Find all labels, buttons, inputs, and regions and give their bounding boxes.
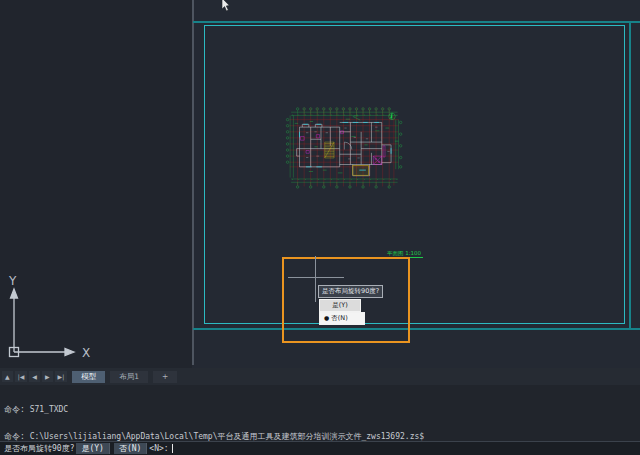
paper-right-edge-line: [629, 21, 631, 330]
tab-first-icon[interactable]: |◀: [15, 371, 28, 382]
tab-layout1[interactable]: 布局1: [110, 371, 148, 383]
tab-next-icon[interactable]: ▶: [42, 371, 53, 382]
menu-item-yes[interactable]: 是(Y): [319, 299, 361, 312]
command-prompt-line[interactable]: 是否布局旋转90度? 是(Y) 否(N) <N>:: [0, 441, 640, 455]
stair-hatch: [325, 142, 334, 158]
dynamic-option-menu: 是(Y) ●否(N): [319, 299, 365, 325]
cad-application-window: 平面图 1:100 是否布局旋转90度? 是(Y) ●否(N) Y X: [0, 0, 640, 455]
paper-left-edge-line: [192, 0, 194, 365]
ucs-y-label: Y: [8, 274, 17, 288]
prompt-no-button[interactable]: 否(N): [114, 443, 147, 454]
tab-model[interactable]: 模型: [72, 371, 105, 383]
crosshair-cursor: [315, 256, 316, 302]
tab-add-button[interactable]: +: [153, 371, 177, 383]
prompt-yes-button[interactable]: 是(Y): [76, 443, 109, 454]
ucs-x-label: X: [82, 346, 90, 360]
selected-bullet-icon: ●: [324, 314, 329, 321]
tab-prev-icon[interactable]: ◀: [29, 371, 40, 382]
tab-last-icon[interactable]: ▶|: [55, 371, 68, 382]
crosshair-cursor: [288, 277, 344, 278]
command-history-line: 命令: S71_TXDC: [4, 405, 640, 414]
command-history[interactable]: 命令: S71_TXDC 命令: C:\Users\lijialiang\App…: [0, 385, 640, 441]
mouse-cursor-icon: [218, 0, 234, 14]
floor-plan-drawing: [285, 55, 535, 260]
layout-tab-bar: ▲ |◀ ◀ ▶ ▶| 模型 布局1 +: [0, 368, 640, 385]
drawing-canvas[interactable]: 平面图 1:100 是否布局旋转90度? 是(Y) ●否(N) Y X: [0, 0, 640, 368]
dynamic-prompt-tooltip: 是否布局旋转90度?: [318, 285, 383, 298]
paper-top-edge-line: [193, 21, 640, 23]
ucs-icon: Y X: [2, 270, 107, 365]
prompt-question: 是否布局旋转90度?: [4, 443, 74, 454]
menu-item-no[interactable]: ●否(N): [319, 312, 365, 325]
tabbar-expand-icon[interactable]: ▲: [2, 371, 13, 382]
text-caret: [172, 444, 173, 453]
prompt-default-value: <N>:: [149, 444, 168, 453]
paper-bottom-edge-line: [193, 328, 640, 330]
north-symbol: [389, 113, 396, 120]
